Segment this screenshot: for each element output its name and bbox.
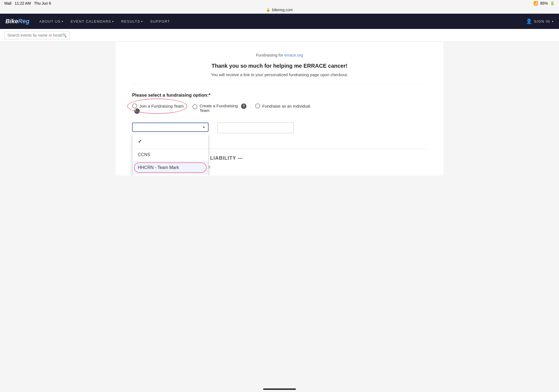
- nav-items: ABOUT US ▾ EVENT CALENDARS ▾ RESULTS ▾ S…: [36, 17, 526, 26]
- chevron-down-icon: ▾: [112, 20, 114, 23]
- radio-label-individual: Fundraise as an Individual: [262, 104, 310, 108]
- option-join-wrapper: Join a Fundraising Team ?: [132, 103, 184, 114]
- errace-link[interactable]: errace.org: [284, 53, 303, 57]
- radio-circle-join: [132, 103, 137, 108]
- nav-event-calendars[interactable]: EVENT CALENDARS ▾: [67, 17, 117, 26]
- search-input-wrap: 🔍: [4, 31, 70, 39]
- help-icon-create[interactable]: ?: [241, 103, 246, 109]
- nav-results[interactable]: RESULTS ▾: [118, 17, 146, 26]
- checkmark-icon: ✓: [138, 138, 142, 144]
- address-bar: 🔒 bikereg.com: [0, 7, 559, 14]
- team-dropdown-menu: ✓ CCNS HHCRN - Team Mark Lenox Cycling: [132, 135, 209, 176]
- radio-options: Join a Fundraising Team ? Create a Fundr…: [132, 103, 427, 114]
- radio-circle-individual: [255, 103, 260, 108]
- chevron-down-icon: ▾: [203, 125, 205, 129]
- chevron-down-icon: ▾: [552, 20, 554, 23]
- battery-icon: 🔋: [550, 1, 555, 5]
- search-icon[interactable]: 🔍: [62, 33, 67, 37]
- subtitle-text: You will receive a link to your personal…: [132, 72, 427, 77]
- lock-icon: 🔒: [266, 8, 270, 12]
- team-dropdown-trigger[interactable]: ▾: [132, 123, 209, 132]
- logo[interactable]: BikeReg: [5, 18, 29, 25]
- dropdown-row: ▾ ✓ CCNS HHCRN - Team Mark: [132, 118, 427, 133]
- search-bar: 🔍: [0, 29, 559, 42]
- chevron-down-icon: ▾: [62, 20, 64, 23]
- thank-you-message: Thank you so much for helping me ERRACE …: [132, 63, 427, 69]
- account-icon: 👤: [526, 18, 532, 24]
- dropdown-item-lenox[interactable]: Lenox Cycling Club: [132, 174, 208, 176]
- radio-label-create: Create a FundraisingTeam: [200, 103, 238, 113]
- status-time: 11:22 AM: [15, 1, 31, 5]
- sign-in-button[interactable]: SIGN IN ▾: [534, 19, 554, 23]
- fundraising-section: Please select a fundraising option:* Joi…: [132, 88, 427, 138]
- navbar: BikeReg ABOUT US ▾ EVENT CALENDARS ▾ RES…: [0, 14, 559, 29]
- radio-label-join: Join a Fundraising Team: [139, 104, 184, 108]
- nav-right: 👤 SIGN IN ▾: [526, 18, 554, 24]
- nav-about-us[interactable]: ABOUT US ▾: [36, 17, 67, 26]
- battery-text: 85%: [540, 1, 548, 5]
- radio-create-team[interactable]: Create a FundraisingTeam ?: [192, 103, 246, 113]
- radio-join-team[interactable]: Join a Fundraising Team: [132, 103, 184, 108]
- radio-circle-create: [192, 104, 197, 109]
- main-content: Fundraising for errace.org Thank you so …: [116, 42, 443, 176]
- logo-text: Bike: [5, 18, 18, 25]
- status-bar: Mail 11:22 AM Thu Jun 6 📶 85% 🔋: [0, 0, 559, 7]
- status-date: Thu Jun 6: [34, 1, 51, 5]
- create-team-area: [217, 123, 294, 133]
- dropdown-item-ccns[interactable]: CCNS: [132, 149, 208, 161]
- section-label: Please select a fundraising option:*: [132, 93, 427, 98]
- fundraising-header: Fundraising for errace.org: [132, 48, 427, 60]
- radio-individual[interactable]: Fundraise as an Individual: [255, 103, 310, 108]
- help-icon-join[interactable]: ?: [134, 108, 140, 114]
- status-mail: Mail: [4, 1, 11, 5]
- chevron-down-icon: ▾: [141, 20, 143, 23]
- team-dropdown-area: ▾ ✓ CCNS HHCRN - Team Mark: [132, 123, 209, 132]
- dropdown-item-check[interactable]: ✓: [132, 135, 208, 149]
- search-input[interactable]: [7, 33, 62, 37]
- nav-support[interactable]: SUPPORT: [147, 17, 173, 26]
- wifi-icon: 📶: [533, 1, 538, 5]
- create-team-input[interactable]: [217, 123, 294, 133]
- dropdown-item-hhcrn[interactable]: HHCRN - Team Mark: [132, 161, 208, 174]
- divider: [132, 84, 427, 84]
